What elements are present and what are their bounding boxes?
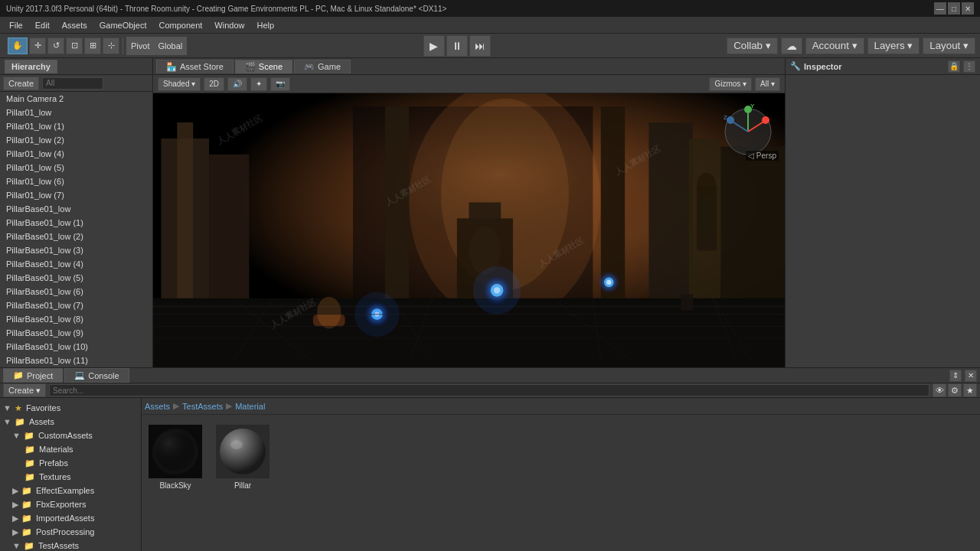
tree-item[interactable]: ▼ 📁TestAssets xyxy=(0,539,141,551)
tree-item[interactable]: ▶ 📁FbxExporters xyxy=(0,497,141,511)
game-tab[interactable]: 🎮 Game xyxy=(294,60,351,73)
scene-camera-button[interactable]: 📷 xyxy=(270,77,290,91)
hierarchy-item[interactable]: PillarBase01_low (6) xyxy=(0,285,152,298)
shaded-label: Shaded ▾ xyxy=(163,80,195,88)
project-settings-button[interactable]: ⚙ xyxy=(948,383,962,397)
asset-blacksky[interactable]: BlackSky xyxy=(145,421,206,494)
account-button[interactable]: Account ▾ xyxy=(805,37,864,54)
collab-button[interactable]: Collab ▾ xyxy=(727,37,778,54)
scene-gizmo[interactable]: Y Z ◁ Persp xyxy=(717,99,779,161)
breadcrumb-material[interactable]: Material xyxy=(235,402,265,411)
maximize-button[interactable]: □ xyxy=(948,2,960,15)
gizmos-dropdown[interactable]: Gizmos ▾ xyxy=(709,77,752,91)
hierarchy-item[interactable]: PillarBase01_low (1) xyxy=(0,216,152,230)
hierarchy-item[interactable]: Pillar01_low (4) xyxy=(0,147,152,161)
play-button[interactable]: ▶ xyxy=(423,35,445,57)
hierarchy-item[interactable]: Pillar01_low (2) xyxy=(0,133,152,147)
rotate-tool-button[interactable]: ↺ xyxy=(47,37,64,54)
tree-item[interactable]: ▶ 📁EffectExamples xyxy=(0,484,141,497)
svg-point-62 xyxy=(220,429,266,474)
audio-button[interactable]: 🔊 xyxy=(227,77,247,91)
hand-tool-button[interactable]: ✋ xyxy=(8,37,28,54)
scene-viewport[interactable]: Y Z ◁ Persp 人人素材社区 人人素材社区 人人素材社区 人人素材社区 … xyxy=(153,93,785,367)
step-button[interactable]: ⏭ xyxy=(469,35,491,57)
pivot-button[interactable]: Pivot xyxy=(127,37,154,54)
tree-item[interactable]: 📁Prefabs xyxy=(0,456,141,470)
hierarchy-search-input[interactable] xyxy=(42,77,103,90)
layers-label: Layers ▾ xyxy=(874,40,913,51)
global-button[interactable]: Global xyxy=(154,37,186,54)
hierarchy-item[interactable]: Main Camera 2 xyxy=(0,92,152,106)
menu-item-window[interactable]: Window xyxy=(208,19,250,31)
project-create-button[interactable]: Create ▾ xyxy=(3,383,46,397)
console-tab[interactable]: 💻 Console xyxy=(64,368,129,383)
project-eye-button[interactable]: 👁 xyxy=(933,383,946,397)
2d-button[interactable]: 2D xyxy=(204,77,224,91)
bottom-panel-maximize-button[interactable]: ⇕ xyxy=(949,370,962,382)
tree-item[interactable]: 📁Materials xyxy=(0,442,141,456)
project-assets-area: Assets ▶ TestAssets ▶ Material xyxy=(142,398,980,551)
inspector-header: 🔧 Inspector 🔒 ⋮ xyxy=(786,58,980,75)
scene-tab[interactable]: 🎬 Scene xyxy=(235,60,292,73)
tree-item[interactable]: ▼ 📁Assets xyxy=(0,415,141,429)
tree-item[interactable]: ▼ 📁CustomAssets xyxy=(0,429,141,442)
rect-tool-button[interactable]: ⊞ xyxy=(84,37,101,54)
project-search-input[interactable] xyxy=(49,384,929,396)
hierarchy-create-button[interactable]: Create xyxy=(3,77,39,90)
effects-button[interactable]: ✦ xyxy=(250,77,267,91)
menu-item-gameobject[interactable]: GameObject xyxy=(93,19,153,31)
project-tree: ▼ ★Favorites▼ 📁Assets▼ 📁CustomAssets📁Mat… xyxy=(0,398,142,551)
move-tool-button[interactable]: ✛ xyxy=(29,37,46,54)
project-tab[interactable]: 📁 Project xyxy=(3,368,63,383)
layout-button[interactable]: Layout ▾ xyxy=(923,37,975,54)
cloud-button[interactable]: ☁ xyxy=(781,37,802,54)
close-button[interactable]: ✕ xyxy=(962,2,974,15)
menu-item-component[interactable]: Component xyxy=(152,19,208,31)
menu-item-help[interactable]: Help xyxy=(250,19,280,31)
layers-button[interactable]: Layers ▾ xyxy=(867,37,920,54)
transform-tool-button[interactable]: ⊹ xyxy=(103,37,119,54)
tree-item[interactable]: ▶ 📁PostProcessing xyxy=(0,525,141,539)
breadcrumb-sep-1: ▶ xyxy=(173,401,179,411)
tree-item[interactable]: ▼ ★Favorites xyxy=(0,401,141,415)
hierarchy-item[interactable]: Pillar01_low (5) xyxy=(0,161,152,174)
hierarchy-item[interactable]: Pillar01_low (7) xyxy=(0,188,152,202)
blacksky-name: BlackSky xyxy=(159,481,191,490)
shaded-dropdown[interactable]: Shaded ▾ xyxy=(158,77,201,91)
inspector-menu-button[interactable]: ⋮ xyxy=(963,60,975,73)
hierarchy-item[interactable]: PillarBase01_low (4) xyxy=(0,257,152,271)
hierarchy-item[interactable]: Pillar01_low (1) xyxy=(0,119,152,133)
svg-point-39 xyxy=(317,297,341,329)
hierarchy-tab[interactable]: Hierarchy xyxy=(5,60,57,73)
menu-item-file[interactable]: File xyxy=(3,19,29,31)
inspector-lock-button[interactable]: 🔒 xyxy=(948,60,960,73)
hierarchy-item[interactable]: Pillar01_low (6) xyxy=(0,174,152,188)
hierarchy-item[interactable]: PillarBase01_low (11) xyxy=(0,354,152,367)
minimize-button[interactable]: — xyxy=(934,2,946,15)
hierarchy-item[interactable]: PillarBase01_low (3) xyxy=(0,243,152,257)
hierarchy-item[interactable]: PillarBase01_low (10) xyxy=(0,340,152,354)
breadcrumb-assets[interactable]: Assets xyxy=(145,402,170,411)
project-star-button[interactable]: ★ xyxy=(963,383,977,397)
asset-pillar[interactable]: Pillar xyxy=(212,421,273,494)
menu-item-assets[interactable]: Assets xyxy=(56,19,93,31)
hierarchy-item[interactable]: Pillar01_low xyxy=(0,106,152,119)
bottom-panel-close-button[interactable]: ✕ xyxy=(965,370,977,382)
breadcrumb-testassets[interactable]: TestAssets xyxy=(182,402,223,411)
menu-item-edit[interactable]: Edit xyxy=(29,19,56,31)
persp-label[interactable]: ◁ Persp xyxy=(746,151,779,161)
pause-button[interactable]: ⏸ xyxy=(446,35,468,57)
hierarchy-item[interactable]: PillarBase01_low (5) xyxy=(0,271,152,285)
tree-item[interactable]: 📁Textures xyxy=(0,470,141,484)
layout-label: Layout ▾ xyxy=(929,40,969,51)
all-layers-dropdown[interactable]: All ▾ xyxy=(755,77,780,91)
scale-tool-button[interactable]: ⊡ xyxy=(66,37,83,54)
tree-item[interactable]: ▶ 📁ImportedAssets xyxy=(0,511,141,525)
svg-point-37 xyxy=(606,280,611,285)
asset-store-tab[interactable]: 🏪 Asset Store xyxy=(156,60,234,73)
hierarchy-item[interactable]: PillarBase01_low xyxy=(0,202,152,216)
hierarchy-item[interactable]: PillarBase01_low (9) xyxy=(0,326,152,340)
hierarchy-item[interactable]: PillarBase01_low (8) xyxy=(0,312,152,326)
hierarchy-item[interactable]: PillarBase01_low (2) xyxy=(0,230,152,243)
hierarchy-item[interactable]: PillarBase01_low (7) xyxy=(0,298,152,312)
